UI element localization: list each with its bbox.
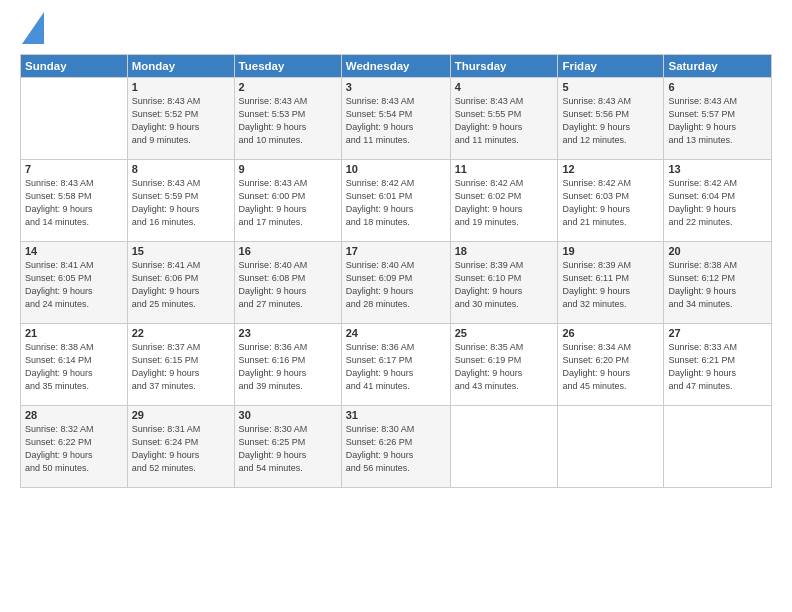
calendar-cell: 16Sunrise: 8:40 AMSunset: 6:08 PMDayligh… — [234, 242, 341, 324]
day-number: 11 — [455, 163, 554, 175]
day-info: Sunrise: 8:41 AMSunset: 6:05 PMDaylight:… — [25, 259, 123, 311]
day-info: Sunrise: 8:34 AMSunset: 6:20 PMDaylight:… — [562, 341, 659, 393]
day-info: Sunrise: 8:37 AMSunset: 6:15 PMDaylight:… — [132, 341, 230, 393]
calendar-cell: 2Sunrise: 8:43 AMSunset: 5:53 PMDaylight… — [234, 78, 341, 160]
day-info: Sunrise: 8:40 AMSunset: 6:09 PMDaylight:… — [346, 259, 446, 311]
day-number: 6 — [668, 81, 767, 93]
day-info: Sunrise: 8:36 AMSunset: 6:16 PMDaylight:… — [239, 341, 337, 393]
day-number: 23 — [239, 327, 337, 339]
day-number: 9 — [239, 163, 337, 175]
day-info: Sunrise: 8:35 AMSunset: 6:19 PMDaylight:… — [455, 341, 554, 393]
day-number: 28 — [25, 409, 123, 421]
day-info: Sunrise: 8:39 AMSunset: 6:11 PMDaylight:… — [562, 259, 659, 311]
day-number: 21 — [25, 327, 123, 339]
calendar-cell: 8Sunrise: 8:43 AMSunset: 5:59 PMDaylight… — [127, 160, 234, 242]
calendar-week-row: 14Sunrise: 8:41 AMSunset: 6:05 PMDayligh… — [21, 242, 772, 324]
day-number: 31 — [346, 409, 446, 421]
day-number: 7 — [25, 163, 123, 175]
day-info: Sunrise: 8:43 AMSunset: 5:54 PMDaylight:… — [346, 95, 446, 147]
day-number: 25 — [455, 327, 554, 339]
calendar-cell: 5Sunrise: 8:43 AMSunset: 5:56 PMDaylight… — [558, 78, 664, 160]
calendar-cell: 13Sunrise: 8:42 AMSunset: 6:04 PMDayligh… — [664, 160, 772, 242]
page: SundayMondayTuesdayWednesdayThursdayFrid… — [0, 0, 792, 612]
calendar-cell: 31Sunrise: 8:30 AMSunset: 6:26 PMDayligh… — [341, 406, 450, 488]
day-number: 5 — [562, 81, 659, 93]
weekday-header-monday: Monday — [127, 55, 234, 78]
day-number: 1 — [132, 81, 230, 93]
calendar-cell: 30Sunrise: 8:30 AMSunset: 6:25 PMDayligh… — [234, 406, 341, 488]
day-number: 2 — [239, 81, 337, 93]
day-info: Sunrise: 8:40 AMSunset: 6:08 PMDaylight:… — [239, 259, 337, 311]
calendar-cell: 18Sunrise: 8:39 AMSunset: 6:10 PMDayligh… — [450, 242, 558, 324]
svg-marker-0 — [22, 12, 44, 44]
day-number: 3 — [346, 81, 446, 93]
calendar-cell: 6Sunrise: 8:43 AMSunset: 5:57 PMDaylight… — [664, 78, 772, 160]
weekday-header-saturday: Saturday — [664, 55, 772, 78]
calendar-cell: 7Sunrise: 8:43 AMSunset: 5:58 PMDaylight… — [21, 160, 128, 242]
logo — [20, 16, 110, 48]
day-info: Sunrise: 8:43 AMSunset: 5:57 PMDaylight:… — [668, 95, 767, 147]
calendar-week-row: 7Sunrise: 8:43 AMSunset: 5:58 PMDaylight… — [21, 160, 772, 242]
day-number: 27 — [668, 327, 767, 339]
weekday-header-wednesday: Wednesday — [341, 55, 450, 78]
calendar-cell: 27Sunrise: 8:33 AMSunset: 6:21 PMDayligh… — [664, 324, 772, 406]
calendar-cell: 3Sunrise: 8:43 AMSunset: 5:54 PMDaylight… — [341, 78, 450, 160]
calendar-cell: 10Sunrise: 8:42 AMSunset: 6:01 PMDayligh… — [341, 160, 450, 242]
calendar-cell: 29Sunrise: 8:31 AMSunset: 6:24 PMDayligh… — [127, 406, 234, 488]
weekday-header-thursday: Thursday — [450, 55, 558, 78]
day-number: 15 — [132, 245, 230, 257]
day-info: Sunrise: 8:43 AMSunset: 5:58 PMDaylight:… — [25, 177, 123, 229]
weekday-header-tuesday: Tuesday — [234, 55, 341, 78]
header — [20, 16, 772, 48]
day-number: 12 — [562, 163, 659, 175]
logo-icon — [22, 12, 44, 48]
day-info: Sunrise: 8:43 AMSunset: 5:59 PMDaylight:… — [132, 177, 230, 229]
calendar-week-row: 1Sunrise: 8:43 AMSunset: 5:52 PMDaylight… — [21, 78, 772, 160]
calendar-cell: 19Sunrise: 8:39 AMSunset: 6:11 PMDayligh… — [558, 242, 664, 324]
calendar-cell — [664, 406, 772, 488]
calendar-cell: 28Sunrise: 8:32 AMSunset: 6:22 PMDayligh… — [21, 406, 128, 488]
day-number: 18 — [455, 245, 554, 257]
calendar-cell — [21, 78, 128, 160]
day-number: 19 — [562, 245, 659, 257]
day-info: Sunrise: 8:43 AMSunset: 5:56 PMDaylight:… — [562, 95, 659, 147]
calendar-cell: 17Sunrise: 8:40 AMSunset: 6:09 PMDayligh… — [341, 242, 450, 324]
day-info: Sunrise: 8:38 AMSunset: 6:12 PMDaylight:… — [668, 259, 767, 311]
calendar-cell: 24Sunrise: 8:36 AMSunset: 6:17 PMDayligh… — [341, 324, 450, 406]
calendar-table: SundayMondayTuesdayWednesdayThursdayFrid… — [20, 54, 772, 488]
calendar-cell: 14Sunrise: 8:41 AMSunset: 6:05 PMDayligh… — [21, 242, 128, 324]
day-number: 4 — [455, 81, 554, 93]
calendar-cell — [558, 406, 664, 488]
day-info: Sunrise: 8:43 AMSunset: 6:00 PMDaylight:… — [239, 177, 337, 229]
day-number: 8 — [132, 163, 230, 175]
day-number: 17 — [346, 245, 446, 257]
calendar-cell: 26Sunrise: 8:34 AMSunset: 6:20 PMDayligh… — [558, 324, 664, 406]
calendar-cell: 22Sunrise: 8:37 AMSunset: 6:15 PMDayligh… — [127, 324, 234, 406]
calendar-cell: 9Sunrise: 8:43 AMSunset: 6:00 PMDaylight… — [234, 160, 341, 242]
day-info: Sunrise: 8:42 AMSunset: 6:02 PMDaylight:… — [455, 177, 554, 229]
calendar-cell: 1Sunrise: 8:43 AMSunset: 5:52 PMDaylight… — [127, 78, 234, 160]
day-number: 22 — [132, 327, 230, 339]
calendar-cell: 11Sunrise: 8:42 AMSunset: 6:02 PMDayligh… — [450, 160, 558, 242]
day-info: Sunrise: 8:30 AMSunset: 6:26 PMDaylight:… — [346, 423, 446, 475]
day-number: 29 — [132, 409, 230, 421]
day-number: 30 — [239, 409, 337, 421]
calendar-cell: 23Sunrise: 8:36 AMSunset: 6:16 PMDayligh… — [234, 324, 341, 406]
day-number: 13 — [668, 163, 767, 175]
day-info: Sunrise: 8:42 AMSunset: 6:01 PMDaylight:… — [346, 177, 446, 229]
day-info: Sunrise: 8:43 AMSunset: 5:53 PMDaylight:… — [239, 95, 337, 147]
calendar-cell: 15Sunrise: 8:41 AMSunset: 6:06 PMDayligh… — [127, 242, 234, 324]
weekday-header-row: SundayMondayTuesdayWednesdayThursdayFrid… — [21, 55, 772, 78]
calendar-week-row: 21Sunrise: 8:38 AMSunset: 6:14 PMDayligh… — [21, 324, 772, 406]
day-info: Sunrise: 8:43 AMSunset: 5:55 PMDaylight:… — [455, 95, 554, 147]
day-number: 20 — [668, 245, 767, 257]
calendar-week-row: 28Sunrise: 8:32 AMSunset: 6:22 PMDayligh… — [21, 406, 772, 488]
calendar-cell — [450, 406, 558, 488]
weekday-header-sunday: Sunday — [21, 55, 128, 78]
day-info: Sunrise: 8:42 AMSunset: 6:04 PMDaylight:… — [668, 177, 767, 229]
day-info: Sunrise: 8:39 AMSunset: 6:10 PMDaylight:… — [455, 259, 554, 311]
day-info: Sunrise: 8:43 AMSunset: 5:52 PMDaylight:… — [132, 95, 230, 147]
calendar-cell: 25Sunrise: 8:35 AMSunset: 6:19 PMDayligh… — [450, 324, 558, 406]
day-info: Sunrise: 8:38 AMSunset: 6:14 PMDaylight:… — [25, 341, 123, 393]
day-info: Sunrise: 8:36 AMSunset: 6:17 PMDaylight:… — [346, 341, 446, 393]
